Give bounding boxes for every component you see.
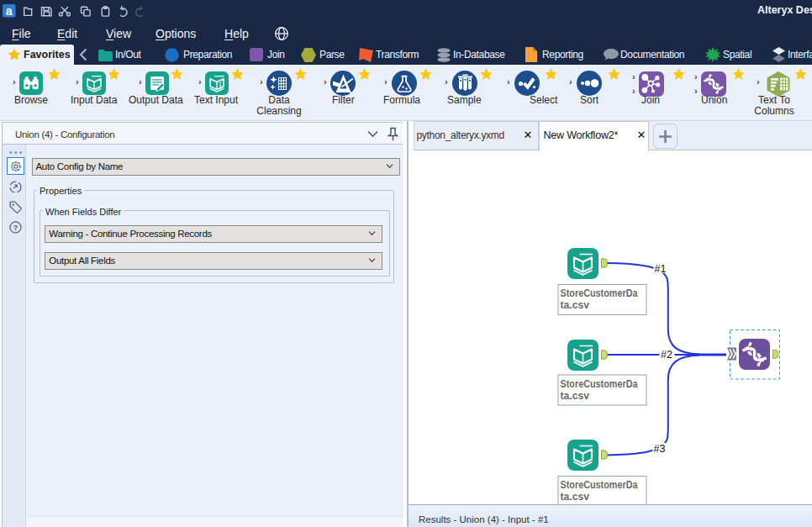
svg-text:Alteryx Designe: Alteryx Designe [757,4,812,16]
svg-text:#3: #3 [654,443,666,455]
svg-text:StoreCustomerDa: StoreCustomerDa [561,377,639,390]
svg-text:ta.csv: ta.csv [561,389,590,402]
svg-text:ta.csv: ta.csv [561,490,590,503]
svg-text:#1: #1 [655,263,667,275]
svg-text:a: a [6,4,13,18]
svg-text:?: ? [13,223,18,232]
svg-text:StoreCustomerDa: StoreCustomerDa [561,287,639,299]
svg-text:#2: #2 [661,349,672,361]
svg-text:ta.csv: ta.csv [561,298,590,311]
svg-text:StoreCustomerDa: StoreCustomerDa [561,478,639,491]
